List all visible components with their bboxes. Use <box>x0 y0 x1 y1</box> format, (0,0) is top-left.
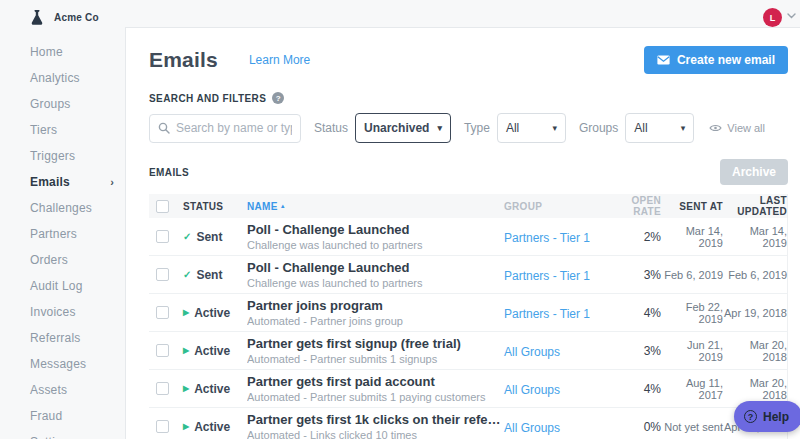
filter-row: Status Unarchived ▾ Type All ▾ Groups Al… <box>149 113 788 143</box>
status-label: Active <box>194 382 230 396</box>
main-panel: Emails Learn More Create new email SEARC… <box>125 27 800 439</box>
status-label: Active <box>194 306 230 320</box>
table-row[interactable]: ▶ Active Partner joins program Automated… <box>149 294 787 332</box>
envelope-icon <box>657 55 670 65</box>
sort-asc-icon: ▲ <box>280 203 286 209</box>
row-name-cell: Poll - Challenge Launched Challenge was … <box>247 260 504 289</box>
sidebar-item[interactable]: Messages <box>0 351 125 377</box>
table-row[interactable]: ▶ Active Partner gets first signup (free… <box>149 332 787 370</box>
sidebar-item[interactable]: Triggers <box>0 143 125 169</box>
learn-more-link[interactable]: Learn More <box>249 53 310 67</box>
emails-section-header: EMAILS Archive <box>149 159 788 185</box>
sent-at-value: Jun 21, 2019 <box>661 339 723 363</box>
search-filters-title: SEARCH AND FILTERS <box>149 93 266 104</box>
sidebar-item[interactable]: Home <box>0 39 125 65</box>
group-link[interactable]: Partners - Tier 1 <box>504 231 590 245</box>
sidebar-item[interactable]: Analytics <box>0 65 125 91</box>
page-title: Emails <box>149 48 218 72</box>
status-icon: ✓ <box>183 270 191 280</box>
email-name: Poll - Challenge Launched <box>247 260 504 275</box>
sidebar-item[interactable]: Emails › <box>0 169 125 195</box>
group-link[interactable]: Partners - Tier 1 <box>504 269 590 283</box>
sidebar: Acme Co Home Analytics Groups Tiers Trig… <box>0 0 125 439</box>
status-label: Sent <box>196 268 222 282</box>
sidebar-nav: Home Analytics Groups Tiers Triggers Ema… <box>0 39 125 439</box>
user-avatar[interactable]: L <box>763 8 782 27</box>
sent-at-value: Feb 6, 2019 <box>661 269 723 281</box>
search-icon <box>158 122 170 134</box>
status-label: Sent <box>196 230 222 244</box>
caret-down-icon: ▾ <box>437 123 442 133</box>
sidebar-item[interactable]: Groups <box>0 91 125 117</box>
header-checkbox-cell <box>149 200 183 213</box>
sidebar-item[interactable]: Fraud <box>0 403 125 429</box>
help-circle-icon[interactable]: ? <box>272 92 284 104</box>
group-link[interactable]: All Groups <box>504 345 560 359</box>
status-label: Active <box>194 344 230 358</box>
sidebar-item[interactable]: Tiers <box>0 117 125 143</box>
row-checkbox[interactable] <box>156 230 169 243</box>
sidebar-item[interactable]: Orders <box>0 247 125 273</box>
sidebar-item[interactable]: Audit Log <box>0 273 125 299</box>
group-link[interactable]: All Groups <box>504 421 560 435</box>
archive-button[interactable]: Archive <box>720 159 788 185</box>
flask-logo-icon <box>29 9 45 26</box>
help-button[interactable]: ? Help <box>734 401 800 432</box>
name-column-header[interactable]: NAME▲ <box>247 201 504 212</box>
sent-at-value: Mar 14, 2019 <box>661 225 723 249</box>
table-row[interactable]: ▶ Active Partner gets first paid account… <box>149 370 787 408</box>
row-status-cell: ▶ Active <box>183 306 247 320</box>
help-label: Help <box>763 410 789 424</box>
emails-section-title: EMAILS <box>149 167 189 178</box>
email-name: Partner gets first 1k clicks on their re… <box>247 412 504 427</box>
row-checkbox[interactable] <box>156 268 169 281</box>
row-checkbox[interactable] <box>156 382 169 395</box>
groups-select[interactable]: All ▾ <box>625 113 694 143</box>
row-checkbox-cell <box>149 306 183 319</box>
select-all-checkbox[interactable] <box>156 200 169 213</box>
row-status-cell: ✓ Sent <box>183 268 247 282</box>
email-description: Automated - Partner joins group <box>247 315 504 327</box>
row-checkbox[interactable] <box>156 344 169 357</box>
group-link[interactable]: Partners - Tier 1 <box>504 307 590 321</box>
groups-filter-label: Groups <box>579 121 618 135</box>
sidebar-item-label: Settings <box>30 435 75 439</box>
group-link[interactable]: All Groups <box>504 383 560 397</box>
brand[interactable]: Acme Co <box>0 0 125 26</box>
row-checkbox[interactable] <box>156 306 169 319</box>
sidebar-item-label: Fraud <box>30 409 62 423</box>
status-select[interactable]: Unarchived ▾ <box>355 113 451 143</box>
row-checkbox-cell <box>149 230 183 243</box>
create-new-email-label: Create new email <box>677 53 775 67</box>
sidebar-item[interactable]: Referrals <box>0 325 125 351</box>
sidebar-item[interactable]: Settings <box>0 429 125 439</box>
table-row[interactable]: ✓ Sent Poll - Challenge Launched Challen… <box>149 218 787 256</box>
sidebar-item[interactable]: Challenges <box>0 195 125 221</box>
status-filter-label: Status <box>314 121 348 135</box>
sidebar-item-label: Partners <box>30 227 77 241</box>
search-filters-header: SEARCH AND FILTERS ? <box>149 92 788 104</box>
table-row[interactable]: ✓ Sent Poll - Challenge Launched Challen… <box>149 256 787 294</box>
sidebar-item[interactable]: Assets <box>0 377 125 403</box>
open-rate-value: 0% <box>606 420 661 434</box>
create-new-email-button[interactable]: Create new email <box>644 46 788 74</box>
sidebar-item[interactable]: Partners <box>0 221 125 247</box>
view-all-link[interactable]: View all <box>709 122 765 134</box>
chevron-down-icon[interactable] <box>787 13 796 19</box>
email-description: Automated - Links clicked 10 times <box>247 429 504 439</box>
table-row[interactable]: ▶ Active Partner gets first 1k clicks on… <box>149 408 787 439</box>
type-select[interactable]: All ▾ <box>497 113 566 143</box>
email-description: Automated - Partner submits 1 signups <box>247 353 504 365</box>
status-select-value: Unarchived <box>364 121 429 135</box>
sidebar-item-label: Orders <box>30 253 68 267</box>
row-checkbox[interactable] <box>156 420 169 433</box>
row-checkbox-cell <box>149 382 183 395</box>
row-checkbox-cell <box>149 344 183 357</box>
row-status-cell: ✓ Sent <box>183 230 247 244</box>
sidebar-item[interactable]: Invoices <box>0 299 125 325</box>
sent-at-value: Feb 22, 2019 <box>661 301 723 325</box>
search-input[interactable] <box>176 121 292 135</box>
status-column-header: STATUS <box>183 201 247 212</box>
status-icon: ▶ <box>183 423 189 431</box>
row-name-cell: Partner gets first signup (free trial) A… <box>247 336 504 365</box>
